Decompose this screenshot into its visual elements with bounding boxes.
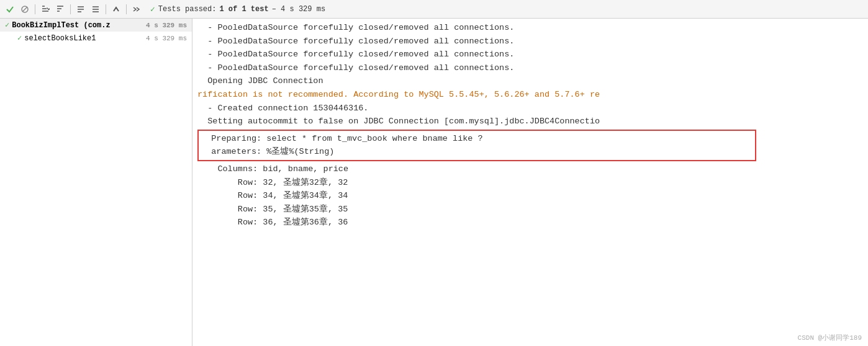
preparing-line: Preparing: select * from t_mvc_book wher… [201, 132, 753, 146]
log-line-5: Opening JDBC Connection [197, 74, 863, 88]
separator-1 [35, 4, 35, 14]
log-line-7: Setting autocommit to false on JDBC Conn… [197, 115, 863, 128]
align-icon[interactable] [75, 3, 87, 16]
test-status: ✓ Tests passed: 1 of 1 test – 4 s 329 ms [150, 4, 325, 14]
tree-root-label: BookBizImplTest (com.z [12, 21, 110, 30]
double-chevron-icon[interactable] [130, 3, 143, 16]
main-area: ✓ BookBizImplTest (com.z 4 s 329 ms ✓ se… [0, 19, 868, 346]
test-tree-panel: ✓ BookBizImplTest (com.z 4 s 329 ms ✓ se… [0, 19, 192, 346]
pass-icon: ✓ [5, 20, 9, 30]
tree-root-time: 4 s 329 ms [146, 22, 187, 29]
log-line-2: - PooledDataSource forcefully closed/rem… [197, 35, 863, 48]
check-mark-icon[interactable] [4, 3, 16, 16]
arrow-up-icon[interactable] [110, 3, 122, 16]
parameters-line: arameters: %圣墟%(String) [201, 145, 753, 159]
log-line-6: - Created connection 1530446316. [197, 102, 863, 115]
toolbar: ✓ Tests passed: 1 of 1 test – 4 s 329 ms [0, 0, 868, 19]
circle-slash-icon[interactable] [19, 3, 31, 16]
tree-root-item[interactable]: ✓ BookBizImplTest (com.z 4 s 329 ms [0, 19, 192, 32]
status-label: Tests passed: [158, 5, 217, 14]
log-warning-line: rification is not recommended. According… [197, 88, 863, 102]
log-line-1: - PooledDataSource forcefully closed/rem… [197, 21, 863, 35]
sort-desc-icon[interactable] [54, 3, 66, 16]
separator-3 [106, 4, 106, 14]
list-icon[interactable] [89, 3, 102, 16]
tree-child-label: selectBooksLike1 [24, 34, 96, 43]
separator-2 [70, 4, 71, 14]
sort-asc-icon[interactable] [39, 3, 52, 16]
log-row-2: Row: 34, 圣墟第34章, 34 [197, 189, 863, 203]
watermark: CSDN @小谢同学189 [798, 333, 862, 342]
log-row-4: Row: 36, 圣墟第36章, 36 [197, 216, 863, 229]
status-check-icon: ✓ [150, 4, 155, 14]
log-row-1: Row: 32, 圣墟第32章, 32 [197, 176, 863, 190]
log-output-panel[interactable]: - PooledDataSource forcefully closed/rem… [192, 19, 868, 346]
status-bold-count: 1 of 1 test [219, 5, 268, 14]
tree-child-time: 4 s 329 ms [146, 35, 187, 42]
child-pass-icon: ✓ [17, 33, 22, 43]
separator-4 [126, 4, 127, 14]
tree-child-item[interactable]: ✓ selectBooksLike1 4 s 329 ms [0, 32, 192, 45]
log-line-3: - PooledDataSource forcefully closed/rem… [197, 48, 863, 61]
log-columns: Columns: bid, bname, price [197, 162, 863, 176]
log-row-3: Row: 35, 圣墟第35章, 35 [197, 203, 863, 216]
log-line-4: - PooledDataSource forcefully closed/rem… [197, 61, 863, 75]
highlighted-sql-block: Preparing: select * from t_mvc_book wher… [197, 130, 756, 161]
status-time: – 4 s 329 ms [272, 5, 325, 14]
svg-line-1 [22, 7, 27, 12]
